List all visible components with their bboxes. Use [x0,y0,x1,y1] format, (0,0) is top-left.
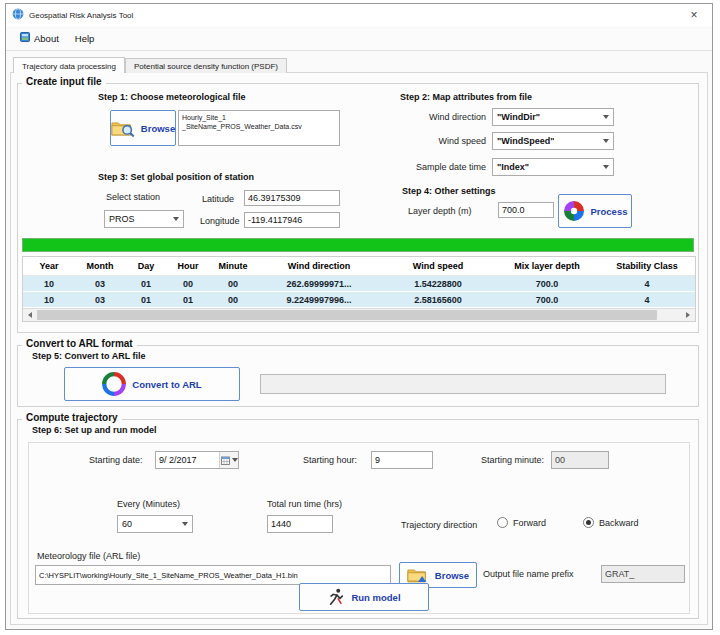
menu-bar: About Help [6,26,712,51]
output-prefix-label: Output file name prefix [483,569,574,579]
starting-hour-label: Starting hour: [303,455,357,465]
table-header-cell: Month [75,257,125,275]
table-cell: 00 [167,276,209,291]
table-cell: 10 [23,276,75,291]
wind-speed-value: "WindSpeed" [497,136,554,146]
wind-speed-label: Wind speed [356,136,486,146]
step4-title: Step 4: Other settings [402,186,496,196]
sample-date-time-select[interactable]: "Index" [492,158,614,176]
process-button[interactable]: Process [558,194,632,228]
table-cell: 9.2249997996... [257,292,381,307]
every-minutes-select[interactable]: 60 [117,515,193,533]
meteo-file-line2: _SiteName_PROS_Weather_Data.csv [182,122,336,131]
menu-help-label: Help [75,33,95,44]
longitude-field[interactable]: -119.4117946 [244,212,340,228]
table-horizontal-scrollbar[interactable] [23,308,695,321]
weather-data-table: Year Month Day Hour Minute Wind directio… [22,256,696,322]
output-prefix-value: GRAT_ [605,569,634,579]
station-value: PROS [109,214,135,224]
table-header-cell: Day [125,257,167,275]
starting-minute-value: 00 [555,455,565,465]
table-cell: 262.69999971... [257,276,381,291]
app-window: Geospatial Risk Analysis Tool × About He… [5,3,713,630]
scroll-right-arrow[interactable] [681,309,695,321]
step3-title: Step 3: Set global position of station [98,172,254,182]
calendar-dropdown-button[interactable] [219,452,238,468]
menu-help[interactable]: Help [67,30,103,47]
total-run-time-value: 1440 [271,519,291,529]
select-station-label: Select station [106,192,160,202]
chevron-down-icon [603,165,609,169]
table-header-cell: Wind direction [257,257,381,275]
menu-about[interactable]: About [12,29,67,47]
table-header-cell: Mix layer depth [495,257,599,275]
table-header-cell: Stability Class [599,257,695,275]
window-title: Geospatial Risk Analysis Tool [29,11,133,20]
tab-strip: Trajectory data processing Potential sou… [13,55,287,73]
folder-arrow-icon [407,567,429,584]
starting-date-value: 9/ 2/2017 [156,455,219,465]
layer-depth-field[interactable]: 700.0 [498,202,554,218]
menu-about-label: About [34,33,59,44]
calendar-icon [221,456,230,465]
layer-depth-label: Layer depth (m) [408,206,472,216]
close-button[interactable]: × [679,6,709,24]
meteo-file-line1: Hourly_Site_1 [182,113,336,122]
starting-date-picker[interactable]: 9/ 2/2017 [155,451,239,469]
table-header-cell: Hour [167,257,209,275]
step5-title: Step 5: Convert to ARL file [32,351,146,361]
runner-icon [327,587,345,607]
group-convert-title: Convert to ARL format [22,338,137,349]
longitude-value: -119.4117946 [248,215,302,225]
meteorology-file-label: Meteorology file (ARL file) [37,551,140,561]
table-cell: 00 [209,276,257,291]
tab-psdf[interactable]: Potential source density function (PSDF) [125,58,287,73]
run-model-panel: Starting date: 9/ 2/2017 Starting hour: … [28,442,690,614]
starting-hour-value: 9 [375,455,380,465]
backward-radio[interactable]: Backward [583,517,639,528]
about-icon [20,32,30,44]
wind-direction-select[interactable]: "WindDir" [492,108,614,126]
output-prefix-field[interactable]: GRAT_ [601,565,685,583]
table-row[interactable]: 10 03 01 01 00 9.2249997996... 2.5816560… [23,292,695,308]
chevron-down-icon [232,458,238,462]
total-run-time-label: Total run time (hrs) [267,499,342,509]
station-select[interactable]: PROS [104,210,184,228]
pinwheel-icon [563,200,585,222]
meteo-file-textbox[interactable]: Hourly_Site_1 _SiteName_PROS_Weather_Dat… [178,110,340,146]
run-model-button[interactable]: Run model [299,583,429,611]
table-cell: 10 [23,292,75,307]
chevron-down-icon [182,522,188,526]
step1-title: Step 1: Choose meteorological file [98,92,246,102]
starting-hour-field[interactable]: 9 [371,451,433,469]
browse-meteo-file-button[interactable]: Browse [110,110,176,146]
folder-search-icon [111,119,135,138]
table-header-cell: Minute [209,257,257,275]
forward-radio[interactable]: Forward [497,517,546,528]
starting-minute-field[interactable]: 00 [551,451,609,469]
convert-to-arl-button[interactable]: Convert to ARL [64,367,240,401]
latitude-field[interactable]: 46.39175309 [244,190,340,206]
scroll-left-arrow[interactable] [23,309,37,321]
step2-title: Step 2: Map attributes from file [400,92,532,102]
backward-label: Backward [599,518,639,528]
process-progress-bar [22,238,694,252]
triangle-right-icon [686,312,690,318]
layer-depth-value: 700.0 [502,205,525,215]
radio-unchecked-icon [497,517,508,528]
meteorology-file-field[interactable]: C:\HYSPLIT\working\Hourly_Site_1_SiteNam… [35,565,391,585]
wind-speed-select[interactable]: "WindSpeed" [492,132,614,150]
latitude-label: Latitude [202,194,234,204]
scrollbar-thumb[interactable] [37,310,657,320]
table-cell: 01 [125,276,167,291]
convert-to-arl-label: Convert to ARL [132,379,201,390]
total-run-time-field[interactable]: 1440 [267,515,333,533]
starting-date-label: Starting date: [89,455,143,465]
tab-trajectory-data-processing[interactable]: Trajectory data processing [13,57,125,73]
starting-minute-label: Starting minute: [481,455,544,465]
color-ring-icon [102,372,126,396]
table-row[interactable]: 10 03 01 00 00 262.69999971... 1.5422880… [23,276,695,292]
table-header-cell: Year [23,257,75,275]
group-compute-title: Compute trajectory [22,412,122,423]
table-cell: 03 [75,292,125,307]
